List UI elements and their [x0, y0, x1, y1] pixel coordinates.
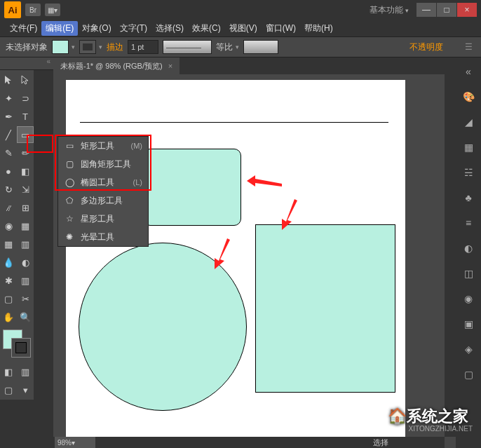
graphic-styles-icon[interactable]: ▣: [460, 315, 477, 332]
paintbrush-tool[interactable]: ✎: [0, 144, 17, 161]
free-transform-tool[interactable]: ⊞: [17, 199, 34, 216]
gradient-panel-icon[interactable]: ◐: [460, 240, 477, 257]
color-mode-icon[interactable]: ◧: [0, 363, 17, 380]
status-bar: 98% ▾ 选择: [53, 437, 445, 448]
magic-wand-tool[interactable]: ✦: [0, 90, 17, 107]
scale-tool[interactable]: ⇲: [17, 181, 34, 198]
eyedropper-tool[interactable]: 💧: [0, 254, 17, 271]
width-tool[interactable]: ⫽: [0, 199, 17, 216]
svg-marker-0: [247, 175, 282, 186]
brushes-panel-icon[interactable]: ☵: [460, 164, 477, 181]
fill-swatch[interactable]: [52, 40, 69, 54]
style-dropdown[interactable]: [243, 40, 278, 54]
lasso-tool[interactable]: ⊃: [17, 90, 34, 107]
stroke-swatch[interactable]: [79, 40, 96, 54]
flyout-polygon-tool[interactable]: ⬠多边形工具: [58, 191, 148, 210]
document-tab-close-icon[interactable]: ×: [168, 62, 172, 70]
hand-tool[interactable]: ✋: [0, 308, 17, 325]
screen-mode-icon[interactable]: ▢: [0, 381, 17, 398]
flyout-flare-tool[interactable]: ✺光晕工具: [58, 228, 148, 246]
rounded-rectangle-icon: ▢: [64, 158, 75, 170]
slice-tool[interactable]: ✂: [17, 290, 34, 307]
canvas-viewport[interactable]: 98% ▾ 选择: [53, 74, 456, 448]
menu-view[interactable]: 视图(V): [225, 22, 262, 34]
perspective-tool[interactable]: ▦: [17, 217, 34, 234]
rectangle-icon: ▭: [64, 140, 75, 151]
color-panel-icon[interactable]: 🎨: [460, 88, 477, 105]
menu-select[interactable]: 选择(S): [151, 22, 188, 34]
swatches-panel-icon[interactable]: ▦: [460, 139, 477, 156]
expand-dock-icon[interactable]: «: [460, 63, 477, 80]
scale-dropdown-icon[interactable]: ▾: [236, 43, 239, 50]
close-button[interactable]: ×: [457, 3, 477, 17]
document-tab-title: 未标题-1* @ 98% (RGB/预览): [60, 61, 163, 72]
graph-tool[interactable]: ▥: [17, 272, 34, 289]
flyout-rectangle-tool[interactable]: ▭矩形工具(M): [58, 137, 148, 155]
toolbox-tab[interactable]: «: [0, 57, 53, 70]
menu-window[interactable]: 窗口(W): [262, 22, 300, 34]
menu-effect[interactable]: 效果(C): [188, 22, 225, 34]
ellipse-icon: ◯: [64, 177, 75, 188]
pencil-tool[interactable]: ✏: [17, 144, 34, 161]
selection-status: 未选择对象: [6, 41, 48, 53]
menu-edit[interactable]: 编辑(E): [41, 21, 78, 36]
pen-tool[interactable]: ✒: [0, 108, 17, 125]
transparency-panel-icon[interactable]: ◫: [460, 265, 477, 282]
opacity-label[interactable]: 不透明度: [409, 41, 443, 53]
bridge-button[interactable]: Br: [25, 4, 41, 16]
vertical-scrollbar[interactable]: [445, 74, 456, 437]
type-tool[interactable]: T: [17, 108, 34, 125]
flyout-rounded-rectangle-tool[interactable]: ▢圆角矩形工具: [58, 155, 148, 173]
fill-dropdown-icon[interactable]: ▾: [72, 43, 75, 50]
zoom-tool[interactable]: 🔍: [17, 308, 34, 325]
eraser-tool[interactable]: ◧: [17, 163, 34, 179]
artboard[interactable]: [66, 80, 405, 448]
stroke-panel-icon[interactable]: ≡: [460, 215, 477, 231]
control-menu-icon[interactable]: ☰: [461, 40, 475, 54]
menu-help[interactable]: 帮助(H): [300, 22, 337, 34]
stroke-weight-input[interactable]: [128, 40, 158, 54]
stroke-color[interactable]: [11, 338, 31, 358]
gradient-tool[interactable]: ▥: [17, 236, 34, 252]
current-tool-label: 选择: [373, 437, 388, 448]
stroke-label[interactable]: 描边: [107, 41, 123, 53]
shape-line[interactable]: [80, 122, 388, 123]
annotation-arrow-3: [206, 238, 234, 269]
flyout-star-tool[interactable]: ☆星形工具: [58, 210, 148, 228]
change-screen-icon[interactable]: ▾: [17, 381, 34, 398]
rectangle-tool[interactable]: ▭: [17, 126, 34, 143]
app-logo: Ai: [4, 1, 21, 18]
maximize-button[interactable]: □: [437, 3, 456, 17]
symbol-sprayer-tool[interactable]: ✱: [0, 272, 17, 289]
appearance-panel-icon[interactable]: ◉: [460, 290, 477, 307]
mesh-tool[interactable]: ▦: [0, 236, 17, 252]
selection-tool[interactable]: [0, 72, 17, 88]
workspace-switcher[interactable]: 基本功能 ▾: [370, 4, 409, 16]
flyout-ellipse-tool[interactable]: ◯椭圆工具(L): [58, 173, 148, 191]
zoom-input[interactable]: 98% ▾: [55, 437, 95, 448]
direct-selection-tool[interactable]: [17, 72, 34, 88]
line-tool[interactable]: ╱: [0, 126, 17, 143]
shape-rounded-rectangle[interactable]: [143, 149, 241, 226]
stroke-dropdown-icon[interactable]: ▾: [99, 43, 102, 50]
symbols-panel-icon[interactable]: ♣: [460, 189, 477, 206]
menu-object[interactable]: 对象(O): [78, 22, 115, 34]
blend-tool[interactable]: ◐: [17, 254, 34, 271]
artboard-tool[interactable]: ▢: [0, 290, 17, 307]
color-panel: [3, 330, 31, 358]
gradient-mode-icon[interactable]: ▥: [17, 363, 34, 380]
shape-rectangle[interactable]: [255, 224, 395, 393]
menu-file[interactable]: 文件(F): [6, 22, 41, 34]
toolbox-panel: « ✦⊃ ✒T ╱▭ ✎✏ ●◧ ↻⇲ ⫽⊞ ◉▦ ▦▥ 💧◐ ✱▥ ▢✂ ✋🔍…: [0, 57, 53, 448]
minimize-button[interactable]: —: [416, 3, 436, 17]
rotate-tool[interactable]: ↻: [0, 181, 17, 198]
layers-panel-icon[interactable]: ◈: [460, 341, 477, 358]
artboards-panel-icon[interactable]: ▢: [460, 366, 477, 383]
menu-text[interactable]: 文字(T): [116, 22, 151, 34]
color-guide-icon[interactable]: ◢: [460, 114, 477, 130]
blob-brush-tool[interactable]: ●: [0, 163, 17, 179]
document-tab[interactable]: 未标题-1* @ 98% (RGB/预览) ×: [53, 57, 179, 74]
brush-definition[interactable]: —————: [163, 40, 212, 54]
arrange-button[interactable]: ▦▾: [45, 4, 60, 16]
shape-builder-tool[interactable]: ◉: [0, 217, 17, 234]
